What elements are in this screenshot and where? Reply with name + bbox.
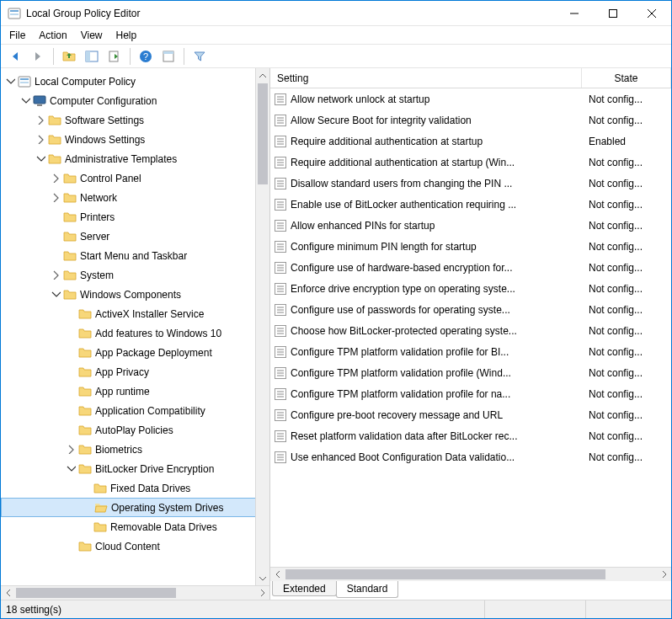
tree-node[interactable]: Start Menu and Taskbar bbox=[1, 246, 269, 265]
list-item[interactable]: Disallow standard users from changing th… bbox=[270, 173, 671, 194]
list-item[interactable]: Require additional authentication at sta… bbox=[270, 152, 671, 173]
collapse-icon[interactable] bbox=[35, 153, 46, 165]
expand-icon[interactable] bbox=[35, 115, 46, 126]
tree-label: Fixed Data Drives bbox=[110, 483, 190, 494]
tab-extended[interactable]: Extended bbox=[272, 581, 337, 596]
tree-scrollbar-vertical[interactable] bbox=[255, 68, 269, 585]
expand-placeholder bbox=[80, 483, 92, 494]
tree-node[interactable]: Computer Configuration bbox=[1, 91, 269, 110]
list-item[interactable]: Configure TPM platform validation profil… bbox=[270, 362, 671, 383]
svg-rect-10 bbox=[610, 9, 617, 17]
list-item[interactable]: Allow Secure Boot for integrity validati… bbox=[270, 109, 671, 131]
help-button[interactable]: ? bbox=[136, 47, 155, 66]
tree-node[interactable]: Biometrics bbox=[1, 440, 269, 459]
scroll-down-icon[interactable] bbox=[256, 571, 269, 585]
list-item[interactable]: Enable use of BitLocker authentication r… bbox=[270, 194, 671, 215]
setting-name: Require additional authentication at sta… bbox=[291, 157, 515, 168]
tree-node[interactable]: Windows Settings bbox=[1, 130, 269, 149]
tree-node[interactable]: Local Computer Policy bbox=[1, 72, 269, 91]
collapse-icon[interactable] bbox=[4, 76, 16, 88]
setting-icon bbox=[274, 430, 287, 443]
expand-icon[interactable] bbox=[50, 269, 61, 281]
list-item[interactable]: Configure use of hardware-based encrypti… bbox=[270, 257, 671, 278]
tree-node[interactable]: System bbox=[1, 265, 269, 285]
tree-node[interactable]: AutoPlay Policies bbox=[1, 420, 269, 440]
menu-action[interactable]: Action bbox=[39, 29, 67, 41]
menu-view[interactable]: View bbox=[81, 29, 103, 41]
tree-scrollbar-horizontal[interactable] bbox=[1, 585, 269, 600]
collapse-icon[interactable] bbox=[19, 95, 31, 107]
column-header-setting[interactable]: Setting bbox=[270, 68, 582, 88]
collapse-icon[interactable] bbox=[50, 289, 61, 301]
column-header-state[interactable]: State bbox=[582, 68, 671, 88]
setting-state: Not config... bbox=[582, 367, 671, 379]
list-item[interactable]: Choose how BitLocker-protected operating… bbox=[270, 320, 671, 341]
tree[interactable]: Local Computer PolicyComputer Configurat… bbox=[1, 68, 269, 559]
scroll-thumb[interactable] bbox=[16, 588, 176, 598]
view-tabs: Extended Standard bbox=[270, 581, 671, 600]
list-item[interactable]: Configure minimum PIN length for startup… bbox=[270, 236, 671, 257]
tab-standard[interactable]: Standard bbox=[336, 581, 399, 598]
tree-node[interactable]: Operating System Drives bbox=[1, 498, 269, 517]
tree-label: System bbox=[80, 269, 114, 281]
tree-node[interactable]: Cloud Content bbox=[1, 536, 269, 556]
menu-file[interactable]: File bbox=[9, 29, 25, 41]
tree-node[interactable]: ActiveX Installer Service bbox=[1, 304, 269, 323]
forward-button[interactable] bbox=[29, 47, 47, 66]
tree-node[interactable]: Administrative Templates bbox=[1, 149, 269, 168]
setting-state: Not config... bbox=[582, 325, 671, 337]
properties-button[interactable] bbox=[159, 47, 178, 66]
expand-icon[interactable] bbox=[50, 173, 61, 184]
tree-node[interactable]: App Privacy bbox=[1, 362, 269, 382]
tree-node[interactable]: App runtime bbox=[1, 382, 269, 401]
list-body[interactable]: Allow network unlock at startupNot confi… bbox=[270, 88, 671, 567]
minimize-button[interactable] bbox=[555, 1, 594, 26]
export-button[interactable] bbox=[105, 47, 124, 66]
collapse-icon[interactable] bbox=[65, 463, 77, 475]
tree-node[interactable]: Server bbox=[1, 227, 269, 246]
expand-icon[interactable] bbox=[65, 444, 77, 456]
scroll-up-icon[interactable] bbox=[256, 68, 269, 83]
list-item[interactable]: Require additional authentication at sta… bbox=[270, 131, 671, 152]
scroll-thumb[interactable] bbox=[258, 83, 268, 184]
list-item[interactable]: Use enhanced Boot Configuration Data val… bbox=[270, 446, 671, 467]
tree-node[interactable]: Windows Components bbox=[1, 285, 269, 304]
list-item[interactable]: Enforce drive encryption type on operati… bbox=[270, 278, 671, 299]
tree-node[interactable]: Removable Data Drives bbox=[1, 517, 269, 536]
maximize-button[interactable] bbox=[594, 1, 632, 26]
menu-help[interactable]: Help bbox=[116, 29, 137, 41]
back-button[interactable] bbox=[6, 47, 24, 66]
tree-node[interactable]: Fixed Data Drives bbox=[1, 478, 269, 498]
list-item[interactable]: Configure use of passwords for operating… bbox=[270, 299, 671, 320]
up-button[interactable] bbox=[60, 47, 78, 66]
list-item[interactable]: Allow network unlock at startupNot confi… bbox=[270, 88, 671, 109]
list-scrollbar-horizontal[interactable] bbox=[270, 567, 671, 581]
scroll-left-icon[interactable] bbox=[1, 586, 15, 600]
tree-node[interactable]: Application Compatibility bbox=[1, 401, 269, 420]
tree-node[interactable]: Printers bbox=[1, 207, 269, 227]
tree-node[interactable]: BitLocker Drive Encryption bbox=[1, 459, 269, 478]
tree-node[interactable]: Control Panel bbox=[1, 168, 269, 188]
folder-icon bbox=[78, 327, 92, 340]
list-item[interactable]: Reset platform validation data after Bit… bbox=[270, 425, 671, 446]
list-item[interactable]: Configure TPM platform validation profil… bbox=[270, 383, 671, 404]
tree-node[interactable]: Software Settings bbox=[1, 110, 269, 130]
show-hide-tree-button[interactable] bbox=[83, 47, 101, 66]
tree-node[interactable]: Add features to Windows 10 bbox=[1, 323, 269, 343]
comp-icon bbox=[33, 94, 46, 108]
scroll-right-icon[interactable] bbox=[657, 568, 671, 581]
list-item[interactable]: Configure TPM platform validation profil… bbox=[270, 341, 671, 362]
list-item[interactable]: Configure pre-boot recovery message and … bbox=[270, 404, 671, 425]
list-item[interactable]: Allow enhanced PINs for startupNot confi… bbox=[270, 215, 671, 236]
scroll-thumb[interactable] bbox=[285, 569, 605, 579]
filter-button[interactable] bbox=[190, 47, 209, 66]
tree-node[interactable]: App Package Deployment bbox=[1, 343, 269, 362]
close-button[interactable] bbox=[632, 1, 671, 26]
setting-state: Not config... bbox=[582, 304, 671, 316]
scroll-left-icon[interactable] bbox=[270, 568, 285, 581]
scroll-right-icon[interactable] bbox=[255, 586, 269, 600]
expand-icon[interactable] bbox=[35, 134, 46, 146]
folder-icon bbox=[48, 133, 61, 147]
expand-icon[interactable] bbox=[50, 192, 61, 204]
tree-node[interactable]: Network bbox=[1, 188, 269, 207]
